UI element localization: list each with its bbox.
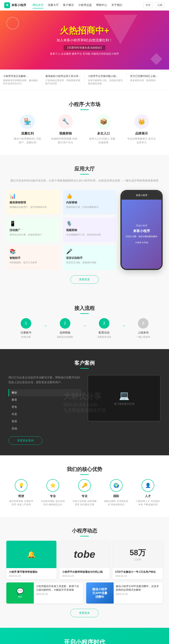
adv-title-3: 国际 bbox=[103, 494, 129, 498]
phone-content-title: 来客小程序 bbox=[133, 229, 150, 233]
news-section: 小程序动态 🔔 小程序·看节暂停审核通知 2019-01-23 tobe 小程序… bbox=[0, 517, 169, 628]
app-card-2[interactable]: 📱 活动推广 多样化活动方案，快速积累用户 bbox=[6, 218, 60, 242]
marquee-title-1: 最高效的小程序运营工具分享... bbox=[45, 74, 81, 78]
dark-right: 💻 客户案例展示区域 bbox=[88, 375, 160, 445]
app-hall-more-button[interactable]: 查看更多 bbox=[70, 275, 99, 284]
news-card2-date-0: 2019-01-20 bbox=[36, 593, 81, 595]
app-card-5[interactable]: 🎤 语音识别助手 语音交互功能，便捷操作体验 bbox=[63, 245, 116, 270]
marquee-item-0[interactable]: 小程序开发正在解析... 随着移动互联网的发展，越来越多的开发者开始关注 bbox=[0, 73, 42, 87]
adv-icon-2: 🔑 bbox=[78, 479, 91, 492]
market-icon-2: 📦 bbox=[96, 114, 111, 129]
dark-divider bbox=[80, 368, 89, 369]
market-item-desc-2: 多种入口方式接入 流量，快速获客 bbox=[89, 137, 118, 144]
market-item-2[interactable]: 📦 多次入口 多种入口方式接入 流量，快速获客 bbox=[89, 114, 118, 144]
news-more-button[interactable]: 查看更多 bbox=[70, 609, 99, 617]
dark-laptop: 💻 客户案例展示区域 bbox=[88, 375, 160, 422]
adv-icon-0: 💡 bbox=[15, 479, 28, 492]
dark-menu-item-4[interactable]: 美容 bbox=[9, 418, 81, 425]
app-hall-container: 📊 精准营销管理 精准触达目标用户，提升营销转化率 👍 内容营销 优质内容引流，… bbox=[0, 190, 169, 270]
advantages-title: 我们的核心优势 bbox=[0, 466, 169, 472]
news-card-0[interactable]: 🔔 小程序·看节暂停审核通知 2019-01-23 bbox=[6, 541, 56, 580]
logo-text: 来客小程序 bbox=[12, 3, 26, 7]
app-hall-subtitle: 通过丰富多样的功能开发定制，让每个商家都能拥有自己的小程序应用，全面适应商业场景… bbox=[0, 179, 169, 182]
nav-link-clients[interactable]: 客户展示 bbox=[63, 2, 74, 8]
news-card-2[interactable]: 58万 三注对 5万8千名微信小一号·3万名用户转化 2019-01-22 bbox=[113, 541, 163, 580]
app-card-1[interactable]: 👍 内容营销 优质内容引流，打造品牌影响力 bbox=[63, 190, 116, 214]
nav-link-traffic[interactable]: 流量大厅 bbox=[48, 2, 59, 8]
nav-link-director[interactable]: 小程序总监 bbox=[78, 2, 92, 8]
dark-section: 大材优分享 bbs.bcb5.com 九天荣佳俱乐部友不流 客户案例 我们已为众… bbox=[0, 349, 169, 455]
login-button[interactable]: 登录 bbox=[143, 2, 153, 8]
adv-title-1: 专业 bbox=[40, 494, 66, 498]
dark-menu-item-2[interactable]: 零售 bbox=[9, 404, 81, 411]
news-card2-0[interactable]: 💬 微信 小程序微信开发者工具更新，新增了好几项功能特性，大幅提升开发体验 20… bbox=[6, 582, 83, 604]
marquee-section: 小程序开发正在解析... 随着移动互联网的发展，越来越多的开发者开始关注 最高效… bbox=[0, 70, 169, 90]
market-item-title-0: 流量红利 bbox=[13, 132, 42, 136]
flow-step-3: 4 上线发布 一键上线发布 bbox=[126, 318, 160, 338]
flow-steps: 1 注册账号 快速注册 → 2 选择模板 选择适合的模板 → 3 配置信息 完善… bbox=[0, 318, 169, 338]
marquee-text-3: 更多精彩内容，敬请期待 bbox=[130, 79, 166, 82]
news-row2: 💬 微信 小程序微信开发者工具更新，新增了好几项功能特性，大幅提升开发体验 20… bbox=[0, 579, 169, 604]
dark-menu-item-0[interactable]: 餐饮 bbox=[9, 389, 81, 396]
marquee-item-3[interactable]: 官方已完整代码已上线... 更多精彩内容，敬请期待 bbox=[127, 73, 169, 87]
news-card-1[interactable]: tobe 小程序平台暂停审核通知与代码上线 2019-01-23 bbox=[60, 541, 110, 580]
app-card-desc-3: 专业视频制作工具，轻松创作内容 bbox=[66, 233, 113, 236]
flow-arrow-2: → bbox=[121, 323, 126, 328]
adv-item-4: 👤 人才 汇聚优秀人才 共创美好未来 不断超越自我 bbox=[135, 479, 160, 506]
market-icon-0: 🏪 bbox=[20, 114, 35, 129]
news-info2-0: 小程序微信开发者工具更新，新增了好几项功能特性，大幅提升开发体验 2019-01… bbox=[34, 582, 83, 604]
news-card-date-2: 2019-01-22 bbox=[115, 575, 160, 577]
app-card-title-1: 内容营销 bbox=[66, 201, 113, 204]
phone-content-sub: 回馈生活圈，激励你赚钱赚钱赚钱 bbox=[126, 235, 157, 238]
app-card-title-0: 精准营销管理 bbox=[10, 201, 57, 204]
news-divider bbox=[80, 536, 89, 536]
flow-step-desc-0: 快速注册 bbox=[9, 336, 43, 338]
dark-menu-item-1[interactable]: 教育 bbox=[9, 396, 81, 404]
app-card-title-2: 活动推广 bbox=[10, 228, 57, 232]
banner-tag: 【无需代码 快速生成 自由组合】 bbox=[64, 45, 106, 50]
hero-banner: 火热招商中+ 加入来客小程序享9亿自然流量红利！ 【无需代码 快速生成 自由组合… bbox=[0, 10, 169, 70]
nav-link-about[interactable]: 关于我们 bbox=[111, 2, 122, 8]
market-icon-1: 🔧 bbox=[58, 114, 73, 129]
phone-mockup: 来客小程序 同城小程序 来客小程序 回馈生活圈，激励你赚钱赚钱赚钱 小程序·大市… bbox=[120, 190, 163, 270]
news-info-2: 5万8千名微信小一号·3万名用户转化 2019-01-22 bbox=[113, 568, 163, 580]
navigation: 来 来客小程序 网站首页 流量大厅 客户展示 小程序总监 帮助中心 关于我们 登… bbox=[0, 0, 169, 10]
market-grid: 🏪 流量红利 微信小程序拥有9亿 活跃用户，流量红利 🔧 视频剪辑 快速制作精美… bbox=[0, 114, 169, 144]
news-info2-1: 微信小程序引APP流量消费年，从技术架构到运营模式全解析 2019-01-18 bbox=[114, 582, 163, 604]
news-card2-1[interactable]: 微信小程序引APP流量消费年 微信小程序引APP流量消费年，从技术架构到运营模式… bbox=[86, 582, 163, 604]
app-hall-divider bbox=[80, 174, 89, 174]
market-icon-3: 👑 bbox=[134, 114, 149, 129]
marquee-text-0: 随着移动互联网的发展，越来越多的开发者开始关注 bbox=[3, 79, 39, 85]
app-card-4[interactable]: 📚 智能助手 AI智能辅助，提升工作效率 bbox=[6, 245, 60, 270]
app-card-3[interactable]: 🎙️ 视频剪辑 专业视频制作工具，轻松创作内容 bbox=[63, 218, 116, 242]
flow-step-circle-0: 1 bbox=[21, 318, 31, 329]
logo-icon: 来 bbox=[4, 2, 10, 8]
market-item-1[interactable]: 🔧 视频剪辑 快速制作精美视频 内容，吸引用户关注 bbox=[51, 114, 80, 144]
adv-icon-4: 👤 bbox=[141, 479, 154, 492]
news-grid: 🔔 小程序·看节暂停审核通知 2019-01-23 tobe 小程序平台暂停审核… bbox=[0, 541, 169, 580]
app-card-icon-4: 📚 bbox=[10, 248, 57, 254]
flow-step-desc-1: 选择适合的模板 bbox=[48, 336, 82, 338]
market-item-0[interactable]: 🏪 流量红利 微信小程序拥有9亿 活跃用户，流量红利 bbox=[13, 114, 42, 144]
app-card-0[interactable]: 📊 精准营销管理 精准触达目标用户，提升营销转化率 bbox=[6, 190, 60, 214]
nav-link-help[interactable]: 帮助中心 bbox=[96, 2, 107, 8]
adv-item-1: ⭐ 专业 专业技术团队 提供全程支持 确保稳定运行 bbox=[40, 479, 66, 506]
marquee-item-1[interactable]: 最高效的小程序运营工具分享... 打造高效运营体系，帮助商家实现数字化转型 bbox=[42, 73, 85, 87]
register-button[interactable]: 注册 bbox=[155, 2, 165, 8]
marquee-item-2[interactable]: 小程序平台升级功能上线... 全新功能模块上线，为您提供更完善的服务体验 bbox=[85, 73, 127, 87]
dark-menu: 餐饮 教育 零售 外卖 美容 其他 bbox=[9, 389, 81, 432]
dark-more-button[interactable]: 查看更多案例 bbox=[9, 436, 42, 445]
dark-menu-item-3[interactable]: 外卖 bbox=[9, 411, 81, 418]
news-card2-title-0: 小程序微信开发者工具更新，新增了好几项功能特性，大幅提升开发体验 bbox=[36, 584, 81, 592]
news-card-title-2: 5万8千名微信小一号·3万名用户转化 bbox=[115, 570, 160, 574]
news-img2-1: 微信小程序引APP流量消费年 bbox=[86, 582, 114, 604]
flow-step-circle-2: 3 bbox=[99, 318, 109, 329]
nav-link-home[interactable]: 网站首页 bbox=[33, 2, 44, 8]
market-title: 小程序·大市场 bbox=[0, 101, 169, 108]
logo[interactable]: 来 来客小程序 bbox=[4, 2, 26, 8]
app-card-title-4: 智能助手 bbox=[10, 256, 57, 260]
market-item-3[interactable]: 👑 品牌展示 专业品牌形象展示 提升企业竞争力 bbox=[127, 114, 156, 144]
dark-menu-item-5[interactable]: 其他 bbox=[9, 425, 81, 432]
adv-desc-4: 汇聚优秀人才 共创美好未来 不断超越自我 bbox=[135, 500, 160, 506]
cta-section: 开启小程序时代 你的梦想与追求，我们！帮你实现！ 7000+ 服务商家 200+… bbox=[0, 628, 169, 644]
